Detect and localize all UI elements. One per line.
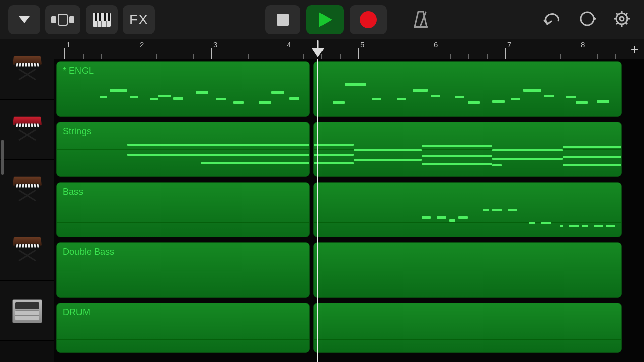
track-header[interactable]	[0, 220, 54, 281]
midi-note	[158, 95, 171, 97]
settings-button[interactable]	[613, 10, 631, 30]
midi-region[interactable]	[313, 61, 622, 117]
midi-note	[314, 162, 354, 164]
midi-note	[233, 101, 244, 104]
track-header[interactable]	[0, 39, 54, 100]
undo-button[interactable]	[542, 11, 561, 28]
fx-button[interactable]: FX	[123, 5, 155, 34]
svg-line-27	[626, 13, 627, 15]
midi-note	[173, 97, 183, 100]
stop-icon	[277, 14, 289, 26]
ruler-bar-number: 6	[434, 40, 438, 49]
midi-note	[259, 101, 271, 104]
svg-rect-5	[95, 13, 97, 21]
midi-region[interactable]: * ENGL	[56, 61, 310, 117]
midi-note	[422, 155, 493, 157]
midi-note	[566, 96, 575, 98]
region-name: Double Bass	[63, 247, 114, 257]
midi-note	[289, 97, 299, 100]
midi-region[interactable]: Double Bass	[56, 242, 310, 298]
gear-icon	[613, 10, 631, 28]
midi-note	[468, 101, 480, 104]
svg-rect-7	[104, 13, 106, 21]
ruler-bar-number: 8	[581, 40, 585, 49]
svg-rect-2	[58, 14, 67, 25]
svg-point-19	[616, 13, 627, 24]
midi-note	[422, 216, 431, 219]
track-header[interactable]	[0, 281, 54, 341]
track-lane[interactable]: Strings	[54, 120, 644, 180]
timeline-ruler[interactable]: + 12345678	[54, 39, 644, 59]
track-header[interactable]	[0, 100, 54, 160]
svg-line-26	[626, 23, 627, 24]
midi-region[interactable]	[313, 122, 622, 177]
undo-icon	[542, 11, 561, 26]
track-lane[interactable]: Double Bass	[54, 240, 644, 301]
svg-marker-13	[319, 12, 332, 27]
track-header-column	[0, 39, 54, 362]
midi-note	[271, 91, 284, 94]
svg-line-25	[616, 13, 618, 15]
midi-note	[529, 222, 535, 224]
play-button[interactable]	[306, 5, 344, 34]
svg-rect-8	[108, 13, 110, 21]
midi-region[interactable]	[313, 242, 622, 298]
ruler-bar-number: 2	[140, 40, 144, 49]
loop-button[interactable]	[579, 10, 596, 29]
midi-note	[100, 96, 107, 98]
midi-note	[492, 164, 501, 166]
midi-region[interactable]: DRUM	[56, 303, 310, 353]
svg-rect-6	[99, 13, 101, 21]
midi-note	[576, 101, 588, 104]
midi-region[interactable]: Strings	[56, 122, 310, 177]
midi-note	[314, 154, 354, 156]
midi-note	[455, 96, 464, 98]
track-lane[interactable]: Bass	[54, 180, 644, 240]
svg-rect-16	[414, 26, 428, 28]
svg-rect-1	[51, 16, 56, 23]
midi-note	[563, 146, 621, 148]
midi-note	[606, 225, 615, 227]
midi-note	[511, 98, 520, 100]
track-header[interactable]	[0, 160, 54, 220]
midi-note	[372, 98, 381, 100]
record-button[interactable]	[350, 5, 387, 34]
midi-note	[422, 145, 493, 147]
midi-note	[413, 89, 428, 92]
track-blocks-icon	[51, 13, 74, 26]
midi-note	[150, 98, 158, 100]
synth-red-icon	[9, 114, 45, 145]
midi-region[interactable]: Bass	[56, 182, 310, 237]
svg-marker-18	[594, 17, 596, 21]
playhead-marker-icon[interactable]	[312, 48, 324, 57]
midi-note	[354, 159, 421, 161]
instrument-button[interactable]	[86, 5, 118, 34]
ruler-bar-number: 7	[507, 40, 511, 49]
region-name: Strings	[63, 126, 91, 137]
track-lane[interactable]: DRUM	[54, 301, 644, 356]
ruler-bar-number: 5	[360, 40, 364, 49]
track-scrollbar-thumb[interactable]	[1, 140, 4, 175]
metronome-button[interactable]	[409, 5, 432, 34]
stop-button[interactable]	[265, 5, 300, 34]
track-lane[interactable]: * ENGL	[54, 59, 644, 120]
midi-note	[541, 222, 550, 224]
record-icon	[360, 11, 377, 28]
add-section-button[interactable]: +	[631, 41, 639, 57]
midi-note	[397, 98, 406, 100]
midi-note	[560, 225, 563, 227]
playhead-line	[317, 59, 318, 362]
svg-rect-12	[277, 14, 289, 26]
midi-note	[483, 209, 489, 211]
timeline-area[interactable]: + 12345678 * ENGLStringsBassDouble BassD…	[54, 39, 644, 362]
midi-region[interactable]	[313, 182, 622, 237]
tracks-dropdown-button[interactable]	[8, 5, 40, 34]
midi-note	[569, 225, 578, 227]
midi-note	[449, 219, 455, 222]
midi-region[interactable]	[313, 303, 622, 353]
midi-note	[492, 209, 501, 211]
fx-label: FX	[129, 12, 148, 28]
midi-note	[458, 216, 467, 219]
view-mode-button[interactable]	[45, 5, 80, 34]
midi-note	[130, 96, 137, 98]
